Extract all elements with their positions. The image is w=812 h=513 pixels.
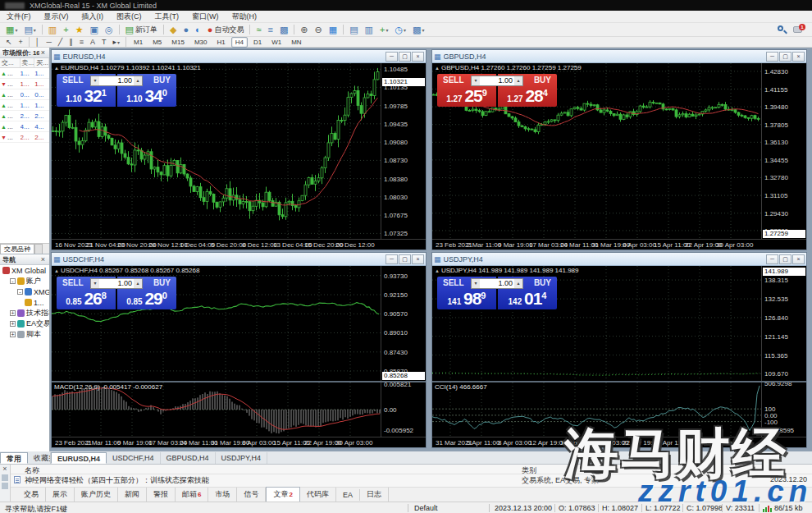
timeframe-mn-button[interactable]: MN: [287, 37, 305, 48]
usdchf-restore-button[interactable]: ▢: [399, 254, 411, 264]
new-chart-button[interactable]: ▦▾: [3, 24, 20, 36]
crosshair-tool[interactable]: +: [16, 36, 25, 48]
volume-up-icon[interactable]: ▴: [134, 76, 142, 85]
market-watch-row[interactable]: ▲...1...1...: [0, 100, 49, 111]
navigator-item-xm-logo[interactable]: XM Global: [0, 265, 49, 276]
auto-trading-toggle[interactable]: ●自动交易: [205, 24, 247, 36]
subwindow-divider[interactable]: [432, 381, 806, 382]
gbpusd-volume-stepper[interactable]: ▾1.00▴: [471, 76, 523, 86]
terminal-tab-市场[interactable]: 市场: [208, 488, 237, 502]
market-watch-row[interactable]: ▼...2...2...: [0, 132, 49, 143]
timeframe-h1-button[interactable]: H1: [212, 37, 229, 48]
expand-icon[interactable]: +: [10, 310, 16, 316]
market-watch-toggle[interactable]: ▥: [46, 24, 59, 36]
terminal-toggle[interactable]: ▣: [88, 24, 101, 36]
navigator-toggle[interactable]: ★: [73, 24, 86, 36]
volume-up-icon[interactable]: ▴: [514, 279, 522, 288]
tab-symbols[interactable]: 交易品种: [0, 244, 34, 254]
article-title[interactable]: 神经网络变得轻松（第四十五部分）：训练状态探索技能: [25, 475, 209, 486]
terminal-tab-交易[interactable]: 交易: [17, 488, 46, 502]
metaeditor-button[interactable]: ◆: [167, 24, 179, 36]
search-button[interactable]: [776, 24, 787, 35]
terminal-strip-icon[interactable]: [2, 474, 8, 481]
volume-down-icon[interactable]: ▾: [91, 76, 99, 85]
profiles-button[interactable]: ▤▾: [21, 24, 38, 36]
menu-item-charts[interactable]: 图表(C): [110, 11, 148, 22]
terminal-tab-信号[interactable]: 信号: [237, 488, 266, 502]
tab-tick-chart-stub[interactable]: [34, 244, 43, 254]
article-row[interactable]: 神经网络变得轻松（第四十五部分）：训练状态探索技能 交易系统, EA交易, 专家…: [11, 474, 812, 485]
market-watch-row[interactable]: ▲...0...0...: [0, 89, 49, 100]
status-profile[interactable]: Default: [414, 504, 438, 512]
volume-up-icon[interactable]: ▴: [514, 76, 522, 85]
terminal-tab-账户历史[interactable]: 账户历史: [75, 488, 118, 502]
navigator-item-account-login[interactable]: 1...: [0, 297, 49, 308]
terminal-tab-日志[interactable]: 日志: [360, 488, 389, 502]
usdjpy-volume-stepper[interactable]: ▾1.00▴: [471, 278, 523, 289]
terminal-tab-新闻[interactable]: 新闻: [118, 488, 147, 502]
gbpusd-minimize-button[interactable]: ─: [766, 52, 778, 62]
timeframe-m1-button[interactable]: M1: [130, 37, 147, 48]
usdjpy-restore-button[interactable]: ▢: [779, 254, 791, 264]
volume-up-icon[interactable]: ▴: [134, 279, 142, 288]
timeframe-d1-button[interactable]: D1: [249, 37, 266, 48]
eurusd-volume-stepper[interactable]: ▾1.00▴: [90, 76, 143, 86]
usdjpy-minimize-button[interactable]: ─: [766, 254, 778, 264]
terminal-tab-代码库[interactable]: 代码库: [300, 488, 336, 502]
gbpusd-close-button[interactable]: ×: [792, 52, 805, 62]
community-button[interactable]: ●: [180, 24, 191, 36]
indicator-list-button[interactable]: ≡: [265, 24, 275, 36]
market-watch-row[interactable]: ▲...2...2...: [0, 111, 49, 121]
menu-item-insert[interactable]: 插入(I): [75, 11, 111, 22]
fibonacci-tool[interactable]: ≡: [77, 36, 86, 48]
terminal-strip-icon[interactable]: [2, 483, 8, 489]
chart-tab-usdchf[interactable]: USDCHF,H4: [107, 452, 161, 464]
subwindow-divider[interactable]: [52, 381, 426, 382]
navigator-item-indicators[interactable]: +技术指标: [0, 308, 49, 318]
market-watch-row[interactable]: ▲...4...4...: [0, 121, 49, 132]
eurusd-close-button[interactable]: ×: [412, 52, 424, 62]
menu-item-tools[interactable]: 工具(T): [148, 11, 186, 22]
volume-down-icon[interactable]: ▾: [472, 76, 480, 85]
collapse-icon[interactable]: -: [10, 278, 16, 284]
arrange-vertical-button[interactable]: ▥: [363, 24, 376, 36]
trendline-tool[interactable]: ╱: [56, 36, 65, 48]
expand-icon[interactable]: +: [10, 321, 16, 327]
timeframe-w1-button[interactable]: W1: [267, 37, 285, 48]
navigator-item-expert-advisors[interactable]: +EA交易: [0, 318, 49, 329]
period-dropdown[interactable]: ◷▾: [392, 24, 408, 36]
horizontal-line-tool[interactable]: ─: [43, 36, 53, 48]
chart-tab-eurusd[interactable]: EURUSD,H4: [51, 452, 107, 464]
chart-tab-usdjpy[interactable]: USDJPY,H4: [216, 452, 267, 464]
indicators-button[interactable]: ≈: [253, 24, 263, 36]
mql5-website-button[interactable]: ◐: [193, 24, 203, 36]
menu-item-help[interactable]: 帮助(H): [226, 11, 264, 22]
data-window-toggle[interactable]: +: [61, 24, 71, 36]
close-icon[interactable]: ×: [0, 465, 10, 473]
notifications-button[interactable]: 1: [792, 24, 805, 35]
text-label-tool[interactable]: T: [99, 36, 109, 48]
menu-item-window[interactable]: 窗口(W): [185, 11, 226, 22]
gbpusd-restore-button[interactable]: ▢: [779, 52, 791, 62]
market-watch-row[interactable]: ▼...1...1...: [0, 79, 49, 89]
zoom-in-button[interactable]: ⊕: [298, 24, 310, 36]
timeframe-h4-button[interactable]: H4: [231, 37, 248, 48]
terminal-tab-警报[interactable]: 警报: [147, 488, 176, 502]
timeframe-m30-button[interactable]: M30: [190, 37, 212, 48]
volume-down-icon[interactable]: ▾: [472, 279, 480, 288]
volume-down-icon[interactable]: ▾: [91, 279, 99, 288]
arrows-tool[interactable]: ▸▾: [111, 36, 123, 48]
chart-tab-gbpusd[interactable]: GBPUSD,H4: [161, 452, 216, 464]
navigator-tab-favorites[interactable]: 收藏夹: [28, 452, 51, 464]
eurusd-restore-button[interactable]: ▢: [399, 52, 411, 62]
template-dropdown[interactable]: ▩▾: [410, 24, 427, 36]
terminal-tab-文章[interactable]: 文章2: [266, 487, 299, 502]
timeframe-m5-button[interactable]: M5: [148, 37, 166, 48]
equidistant-channel-tool[interactable]: ∥: [66, 36, 75, 48]
new-order-button[interactable]: ▤新订单: [123, 24, 160, 36]
cursor-tool[interactable]: ↖: [3, 36, 15, 48]
market-watch-row[interactable]: ▲...1...1...: [0, 68, 49, 79]
add-object-dropdown[interactable]: +▾: [377, 24, 390, 36]
menu-item-view[interactable]: 显示(V): [38, 11, 75, 22]
close-icon[interactable]: ×: [39, 48, 47, 57]
